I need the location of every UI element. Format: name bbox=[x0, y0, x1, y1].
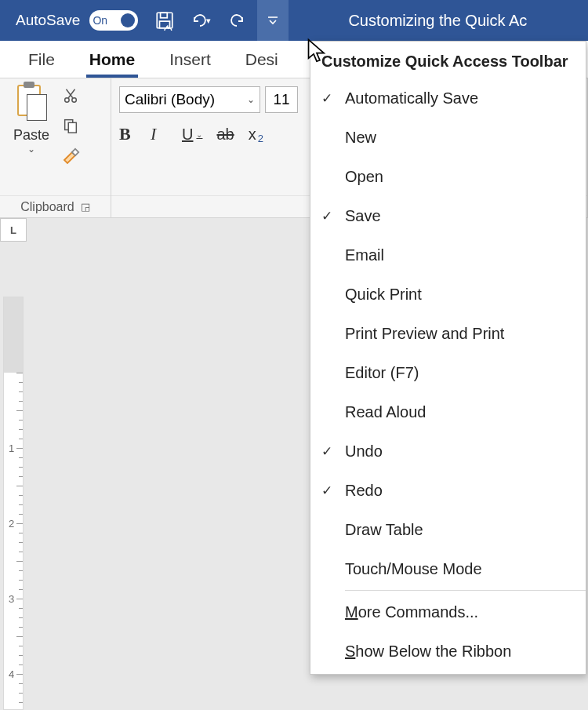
menu-item-label: Redo bbox=[345, 482, 586, 500]
menu-item[interactable]: ✓Automatically Save bbox=[310, 78, 586, 118]
menu-item-label: Print Preview and Print bbox=[345, 325, 586, 343]
cut-button[interactable] bbox=[60, 85, 82, 107]
menu-item-more-commands[interactable]: More Commands... bbox=[310, 592, 586, 632]
menu-item[interactable]: Touch/Mouse Mode bbox=[310, 549, 586, 588]
check-icon: ✓ bbox=[321, 482, 345, 499]
menu-item-label: Read Aloud bbox=[345, 403, 586, 421]
paste-icon bbox=[14, 83, 49, 124]
menu-item-label: Draw Table bbox=[345, 521, 586, 539]
check-icon: ✓ bbox=[321, 90, 345, 107]
font-size-input[interactable]: 11 bbox=[265, 86, 298, 113]
ruler-corner[interactable]: L bbox=[0, 218, 27, 242]
paste-button[interactable]: Paste ⌄ bbox=[6, 83, 56, 195]
menu-item[interactable]: Editor (F7) bbox=[310, 353, 586, 392]
undo-button[interactable]: ▾ bbox=[185, 5, 216, 36]
menu-item[interactable]: ✓Redo bbox=[310, 471, 586, 510]
check-icon: ✓ bbox=[321, 443, 345, 460]
ruler-mark: 1 bbox=[9, 442, 14, 454]
menu-item-label: Save bbox=[345, 207, 586, 225]
dialog-launcher-icon[interactable]: ◲ bbox=[81, 201, 90, 213]
menu-item-label: Automatically Save bbox=[345, 89, 586, 107]
menu-item[interactable]: Quick Print bbox=[310, 275, 586, 314]
svg-point-5 bbox=[72, 98, 77, 103]
title-bar: AutoSave On ▾ Customizing the Quick Ac bbox=[0, 0, 588, 41]
ruler-mark: 4 bbox=[9, 668, 14, 680]
menu-item[interactable]: ✓Save bbox=[310, 196, 586, 235]
autosave-toggle[interactable]: On bbox=[89, 10, 138, 31]
chevron-down-icon[interactable]: ⌄ bbox=[27, 144, 35, 155]
paste-label: Paste bbox=[13, 127, 49, 144]
menu-item-label: Quick Print bbox=[345, 286, 586, 304]
tab-insert[interactable]: Insert bbox=[152, 41, 228, 78]
font-name-select[interactable]: Calibri (Body) ⌄ bbox=[119, 86, 260, 113]
autosave-label: AutoSave bbox=[16, 12, 80, 29]
autosave-state: On bbox=[93, 14, 107, 27]
toggle-knob-icon bbox=[121, 13, 135, 27]
strikethrough-button[interactable]: ab bbox=[216, 126, 234, 144]
subscript-button[interactable]: x2 bbox=[249, 126, 266, 144]
menu-item[interactable]: Email bbox=[310, 235, 586, 275]
save-button[interactable] bbox=[149, 5, 180, 36]
menu-header: Customize Quick Access Toolbar bbox=[310, 42, 586, 78]
bold-button[interactable]: B bbox=[119, 124, 136, 144]
menu-item[interactable]: Open bbox=[310, 157, 586, 196]
chevron-down-icon: ⌄ bbox=[196, 130, 202, 139]
tab-design[interactable]: Desi bbox=[228, 41, 296, 78]
tab-file[interactable]: File bbox=[11, 41, 72, 78]
menu-item[interactable]: Read Aloud bbox=[310, 392, 586, 431]
italic-button[interactable]: I bbox=[151, 124, 168, 144]
check-icon: ✓ bbox=[321, 208, 345, 224]
ruler-mark: 2 bbox=[9, 518, 14, 530]
menu-item[interactable]: Draw Table bbox=[310, 510, 586, 549]
menu-item-label: Touch/Mouse Mode bbox=[345, 560, 586, 578]
menu-item-label: Email bbox=[345, 246, 586, 264]
chevron-down-icon[interactable]: ▾ bbox=[206, 16, 211, 26]
menu-item-label: Open bbox=[345, 168, 586, 186]
ruler-mark: 3 bbox=[9, 593, 14, 605]
customize-qat-menu: Customize Quick Access Toolbar ✓Automati… bbox=[310, 41, 586, 675]
menu-item-show-below-ribbon[interactable]: Show Below the Ribbon bbox=[310, 632, 586, 671]
menu-item-label: Undo bbox=[345, 442, 586, 461]
chevron-down-icon: ⌄ bbox=[247, 94, 255, 105]
ribbon-group-clipboard: Paste ⌄ bbox=[0, 78, 111, 217]
copy-button[interactable] bbox=[60, 115, 82, 137]
menu-item-label: Editor (F7) bbox=[345, 364, 586, 382]
customize-qat-button[interactable] bbox=[257, 0, 289, 41]
menu-item[interactable]: Print Preview and Print bbox=[310, 314, 586, 353]
svg-rect-9 bbox=[68, 122, 76, 133]
underline-button[interactable]: U ⌄ bbox=[182, 126, 202, 144]
svg-point-4 bbox=[65, 98, 70, 103]
menu-item[interactable]: New bbox=[310, 118, 586, 157]
redo-button[interactable] bbox=[221, 5, 252, 36]
vertical-ruler[interactable]: 1234 bbox=[3, 297, 24, 710]
menu-item-label: New bbox=[345, 129, 586, 147]
document-title: Customizing the Quick Ac bbox=[348, 12, 527, 30]
tab-home[interactable]: Home bbox=[72, 41, 152, 78]
clipboard-group-label: Clipboard bbox=[20, 200, 74, 214]
svg-rect-1 bbox=[161, 13, 168, 18]
format-painter-button[interactable] bbox=[60, 144, 82, 166]
menu-item[interactable]: ✓Undo bbox=[310, 431, 586, 471]
menu-separator bbox=[345, 590, 586, 591]
